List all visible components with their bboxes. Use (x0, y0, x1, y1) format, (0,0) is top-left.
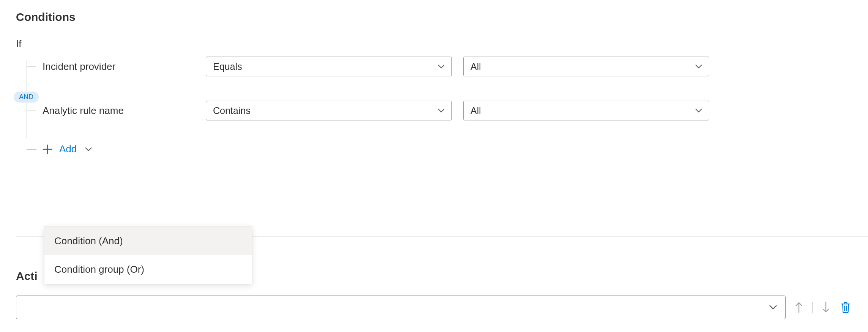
chevron-down-icon (438, 63, 445, 70)
add-condition-row: Add (27, 143, 852, 155)
operator-select[interactable]: Equals (206, 57, 452, 76)
add-dropdown-menu: Condition (And) Condition group (Or) (44, 226, 252, 284)
condition-row: Analytic rule name Contains All (27, 101, 852, 120)
add-menu-condition-and[interactable]: Condition (And) (44, 227, 252, 255)
operator-select[interactable]: Contains (206, 101, 452, 120)
actions-heading: Acti (16, 270, 38, 283)
conditions-heading: Conditions (16, 11, 852, 24)
value-select-value: All (470, 105, 481, 116)
add-button-label: Add (59, 143, 77, 155)
move-up-button[interactable] (792, 301, 805, 314)
conditions-block: AND Incident provider Equals All Analyti… (16, 57, 852, 155)
action-select[interactable] (16, 296, 786, 319)
value-select[interactable]: All (463, 101, 709, 120)
action-row (16, 296, 852, 319)
chevron-down-icon (695, 63, 702, 70)
move-down-button[interactable] (819, 301, 832, 314)
condition-property-label: Analytic rule name (27, 105, 194, 117)
value-select[interactable]: All (463, 57, 709, 76)
operator-select-value: Contains (213, 105, 251, 116)
add-menu-condition-group-or[interactable]: Condition group (Or) (44, 255, 252, 284)
separator (812, 302, 813, 313)
arrow-up-icon (794, 302, 804, 313)
if-label: If (16, 38, 852, 50)
delete-button[interactable] (839, 301, 852, 314)
trash-icon (840, 301, 851, 313)
operator-select-value: Equals (213, 61, 242, 72)
add-button[interactable]: Add (43, 143, 92, 155)
condition-row: Incident provider Equals All (27, 57, 852, 76)
chevron-down-icon (85, 146, 92, 153)
tree-branch (27, 66, 36, 67)
chevron-down-icon (438, 107, 445, 114)
chevron-down-icon (769, 304, 777, 311)
and-pill: AND (14, 92, 39, 103)
condition-property-label: Incident provider (27, 61, 194, 73)
plus-icon (43, 144, 52, 154)
value-select-value: All (470, 61, 481, 72)
chevron-down-icon (695, 107, 702, 114)
tree-branch (27, 111, 36, 111)
arrow-down-icon (821, 302, 831, 313)
tree-branch (27, 149, 36, 150)
